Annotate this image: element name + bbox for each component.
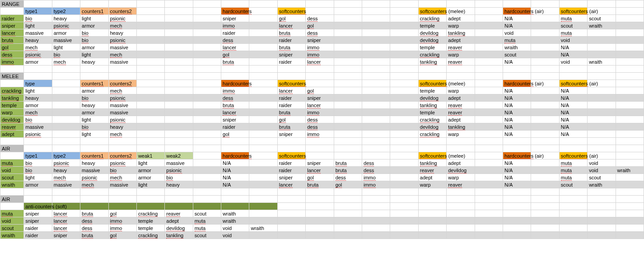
cell[interactable]: raider (277, 58, 305, 66)
cell[interactable] (475, 15, 503, 22)
cell[interactable] (52, 0, 80, 8)
cell[interactable]: mech (108, 51, 136, 58)
cell[interactable]: reaver (418, 167, 446, 174)
cell[interactable]: N/A (503, 58, 531, 66)
cell[interactable] (616, 181, 644, 188)
cell[interactable]: gol (306, 174, 334, 181)
cell[interactable] (362, 102, 390, 109)
cell[interactable]: type1 (24, 152, 52, 159)
cell[interactable]: N/A (559, 123, 587, 131)
cell[interactable] (193, 174, 221, 181)
cell[interactable] (165, 188, 193, 196)
cell[interactable] (475, 66, 503, 73)
cell[interactable] (390, 196, 418, 203)
cell[interactable] (249, 0, 277, 8)
cell[interactable]: N/A (559, 116, 587, 123)
cell[interactable] (475, 37, 503, 44)
cell[interactable] (165, 203, 193, 210)
cell[interactable] (193, 188, 221, 196)
cell[interactable] (588, 94, 616, 102)
cell[interactable] (277, 66, 305, 73)
cell[interactable]: raider (277, 37, 305, 44)
cell[interactable]: crackling (418, 51, 446, 58)
cell[interactable] (475, 44, 503, 51)
cell[interactable]: temple (136, 225, 164, 232)
cell[interactable] (249, 210, 277, 217)
cell[interactable] (108, 73, 136, 80)
cell[interactable]: softcounters (air) (559, 152, 587, 159)
cell[interactable] (390, 167, 418, 174)
cell[interactable] (503, 196, 531, 203)
cell[interactable] (193, 8, 221, 15)
cell[interactable] (588, 138, 616, 145)
cell[interactable]: lancer (306, 167, 334, 174)
cell[interactable]: AIR (0, 196, 24, 203)
cell[interactable] (531, 131, 559, 138)
cell[interactable]: raider (0, 15, 24, 22)
cell[interactable]: scout (559, 22, 587, 29)
cell[interactable]: warp (447, 22, 475, 29)
cell[interactable]: heavy (52, 167, 80, 174)
cell[interactable]: wraith (249, 225, 277, 232)
cell[interactable] (418, 138, 446, 145)
cell[interactable] (588, 196, 616, 203)
cell[interactable] (616, 196, 644, 203)
cell[interactable] (52, 131, 80, 138)
cell[interactable] (193, 80, 221, 87)
cell[interactable]: psionic (24, 131, 52, 138)
cell[interactable]: wraith (503, 44, 531, 51)
cell[interactable]: N/A (503, 116, 531, 123)
cell[interactable] (24, 145, 52, 152)
cell[interactable]: crackling (418, 15, 446, 22)
cell[interactable]: scout (503, 51, 531, 58)
cell[interactable] (334, 116, 362, 123)
cell[interactable]: sniper (306, 37, 334, 44)
cell[interactable] (616, 87, 644, 94)
cell[interactable] (390, 29, 418, 37)
cell[interactable] (362, 37, 390, 44)
cell[interactable] (503, 225, 531, 232)
cell[interactable] (136, 0, 164, 8)
cell[interactable]: psionic (165, 167, 193, 174)
cell[interactable] (306, 203, 334, 210)
cell[interactable] (334, 225, 362, 232)
cell[interactable]: armor (80, 87, 108, 94)
cell[interactable] (24, 196, 52, 203)
cell[interactable] (588, 203, 616, 210)
cell[interactable] (616, 73, 644, 80)
cell[interactable]: psionic (108, 94, 136, 102)
cell[interactable]: mech (24, 109, 52, 116)
cell[interactable] (559, 217, 587, 225)
cell[interactable] (447, 232, 475, 239)
cell[interactable] (277, 210, 305, 217)
cell[interactable] (418, 145, 446, 152)
cell[interactable] (475, 152, 503, 159)
cell[interactable]: armor (80, 109, 108, 116)
cell[interactable] (193, 37, 221, 44)
cell[interactable]: devildog (0, 116, 24, 123)
cell[interactable]: type (24, 80, 52, 87)
cell[interactable]: gol (221, 131, 249, 138)
cell[interactable] (531, 167, 559, 174)
cell[interactable] (249, 94, 277, 102)
cell[interactable] (418, 66, 446, 73)
cell[interactable] (306, 188, 334, 196)
cell[interactable]: N/A (559, 44, 587, 51)
cell[interactable]: sniper (277, 51, 305, 58)
cell[interactable]: counters1 (80, 152, 108, 159)
cell[interactable] (531, 73, 559, 80)
cell[interactable] (165, 94, 193, 102)
cell[interactable]: tankling (165, 232, 193, 239)
cell[interactable]: muta (503, 37, 531, 44)
cell[interactable] (334, 80, 362, 87)
cell[interactable]: armor (136, 167, 164, 174)
cell[interactable] (503, 145, 531, 152)
cell[interactable]: type2 (52, 152, 80, 159)
cell[interactable]: softcounters (277, 152, 305, 159)
cell[interactable] (80, 203, 108, 210)
cell[interactable] (334, 123, 362, 131)
cell[interactable]: dess (80, 217, 108, 225)
cell[interactable] (193, 123, 221, 131)
cell[interactable]: N/A (503, 174, 531, 181)
cell[interactable] (165, 87, 193, 94)
